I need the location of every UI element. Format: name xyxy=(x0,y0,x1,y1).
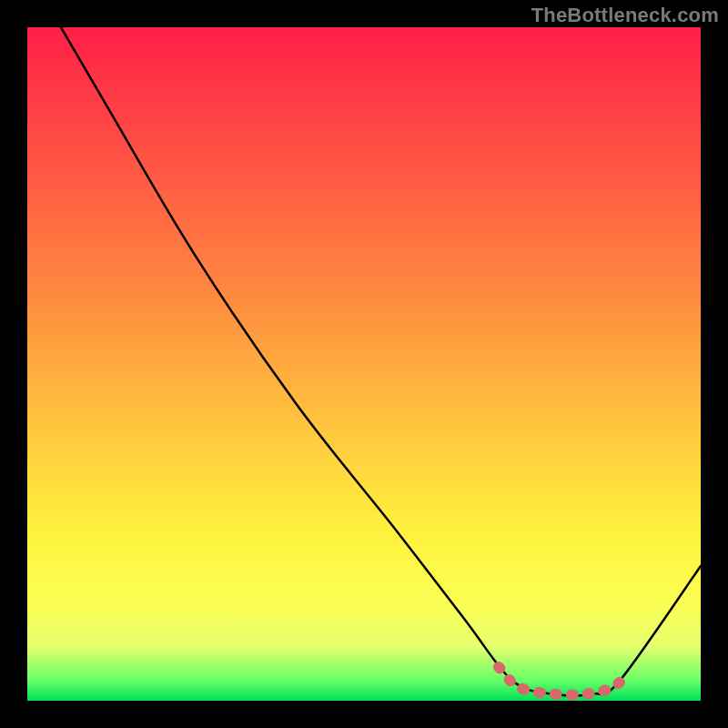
watermark-text: TheBottleneck.com xyxy=(531,4,719,27)
optimal-zone-marker xyxy=(499,667,627,695)
chart-frame: TheBottleneck.com xyxy=(0,0,728,728)
curve-layer xyxy=(27,27,701,701)
bottleneck-curve xyxy=(61,27,701,695)
gradient-plot-area xyxy=(27,27,701,701)
